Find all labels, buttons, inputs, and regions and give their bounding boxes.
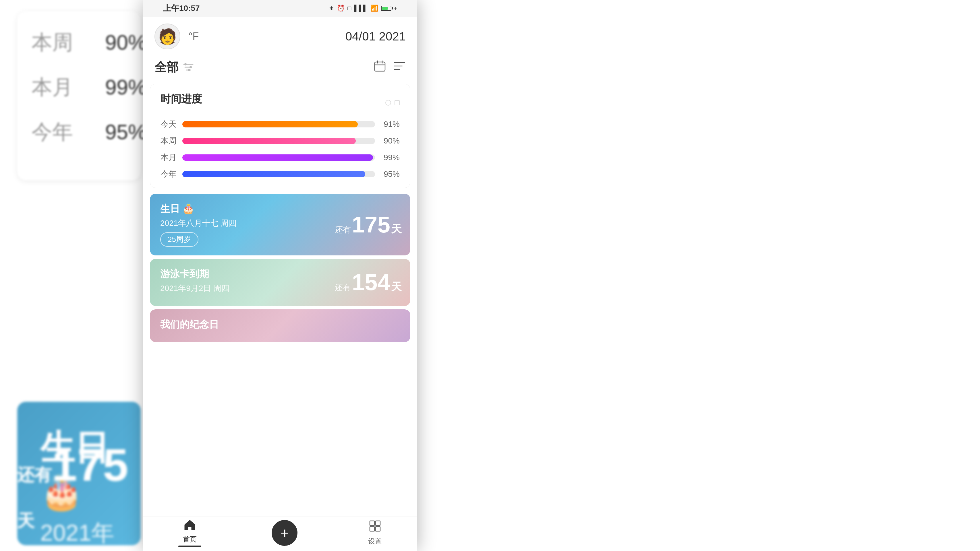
nav-settings[interactable]: 设置 <box>368 520 382 546</box>
progress-bar-week-bg <box>182 138 375 144</box>
svg-rect-13 <box>375 527 380 531</box>
svg-rect-10 <box>370 521 374 526</box>
home-icon <box>183 519 196 533</box>
event-card-birthday[interactable]: 生日 🎂 2021年八月十七 周四 25周岁 还有 175 天 <box>150 194 410 256</box>
svg-point-2 <box>188 69 190 71</box>
svg-point-1 <box>189 66 192 68</box>
progress-card-icons <box>385 100 400 106</box>
tag-filter-icon[interactable] <box>183 63 194 71</box>
add-button[interactable]: + <box>272 520 298 546</box>
anniversary-title: 我们的纪念日 <box>160 318 400 331</box>
svg-rect-11 <box>375 521 380 526</box>
progress-bar-year-fill <box>182 171 365 177</box>
degree-unit: °F <box>188 30 199 43</box>
status-icons: ∗ ⏰ □ ▌▌▌ 📶 + <box>329 5 397 12</box>
progress-row-week: 本周 90% <box>161 135 400 146</box>
wifi-icon: 📶 <box>371 5 378 12</box>
filter-all-label[interactable]: 全部 <box>154 59 178 75</box>
nav-home-indicator <box>178 546 201 547</box>
bottom-nav: 首页 + 设置 <box>143 516 417 551</box>
progress-card: 时间进度 今天 91% 本周 90% 本月 <box>150 84 410 188</box>
filter-bar: 全部 <box>143 56 417 81</box>
progress-bar-today-fill <box>182 121 358 127</box>
bg-percent-month: 99% <box>100 75 146 99</box>
battery-icon: + <box>381 5 397 12</box>
settings-icon <box>369 520 381 535</box>
event-card-anniversary[interactable]: 我们的纪念日 <box>150 310 410 342</box>
birthday-days-suffix: 天 <box>391 222 402 236</box>
birthday-days: 还有 175 天 <box>335 213 402 236</box>
bg-birthday-days: 还有175天 <box>17 442 132 534</box>
phone-frame: 上午10:57 ∗ ⏰ □ ▌▌▌ 📶 + 🧑 <box>143 0 417 551</box>
nav-home[interactable]: 首页 <box>178 519 201 547</box>
progress-bar-month-bg <box>182 154 375 161</box>
bluetooth-icon: ∗ <box>329 5 334 12</box>
progress-card-title: 时间进度 <box>161 92 202 106</box>
bg-percent-week: 90% <box>100 31 146 54</box>
bg-label-month: 本月 <box>32 73 78 101</box>
swim-days-prefix: 还有 <box>335 282 351 293</box>
header-date: 04/01 2021 <box>345 30 406 43</box>
progress-row-year: 今年 95% <box>161 169 400 179</box>
progress-bar-year-bg <box>182 171 375 177</box>
progress-percent-month: 99% <box>380 153 400 162</box>
sort-filter-icon[interactable] <box>393 61 406 74</box>
swim-days: 还有 154 天 <box>335 271 402 294</box>
calendar-filter-icon[interactable] <box>374 60 386 75</box>
add-icon: + <box>280 525 289 541</box>
nav-settings-label: 设置 <box>368 537 382 546</box>
progress-bar-week-fill <box>182 138 356 144</box>
progress-label-year: 今年 <box>161 169 178 179</box>
progress-bar-month-fill <box>182 154 373 161</box>
birthday-badge: 25周岁 <box>160 232 199 247</box>
swim-days-suffix: 天 <box>391 280 402 294</box>
app-header: 🧑 °F 04/01 2021 <box>143 17 417 56</box>
bg-percent-year: 95% <box>100 120 146 144</box>
status-bar: 上午10:57 ∗ ⏰ □ ▌▌▌ 📶 + <box>143 0 417 17</box>
event-cards-container: 生日 🎂 2021年八月十七 周四 25周岁 还有 175 天 游泳卡到期 20… <box>143 191 417 516</box>
progress-label-week: 本周 <box>161 135 178 146</box>
status-time: 上午10:57 <box>163 3 200 14</box>
nav-home-label: 首页 <box>183 535 197 544</box>
avatar[interactable]: 🧑 <box>154 24 180 49</box>
progress-label-today: 今天 <box>161 119 178 130</box>
event-card-swim[interactable]: 游泳卡到期 2021年9月2日 周四 还有 154 天 <box>150 259 410 306</box>
lock-icon: □ <box>347 5 351 12</box>
svg-point-0 <box>185 63 187 65</box>
progress-percent-year: 95% <box>380 170 400 179</box>
nav-add[interactable]: + <box>272 520 298 546</box>
bg-label-year: 今年 <box>32 118 78 146</box>
progress-percent-week: 90% <box>380 136 400 146</box>
birthday-days-number: 175 <box>352 213 390 236</box>
progress-row-month: 本月 99% <box>161 152 400 163</box>
svg-rect-3 <box>375 62 385 71</box>
bg-label-week: 本周 <box>32 29 78 56</box>
progress-bar-today-bg <box>182 121 375 127</box>
alarm-icon: ⏰ <box>337 5 345 12</box>
signal-icon: ▌▌▌ <box>354 5 368 12</box>
svg-rect-12 <box>370 527 374 531</box>
progress-percent-today: 91% <box>380 120 400 129</box>
birthday-days-prefix: 还有 <box>335 224 351 235</box>
progress-label-month: 本月 <box>161 152 178 163</box>
progress-row-today: 今天 91% <box>161 119 400 130</box>
swim-days-number: 154 <box>352 271 390 294</box>
